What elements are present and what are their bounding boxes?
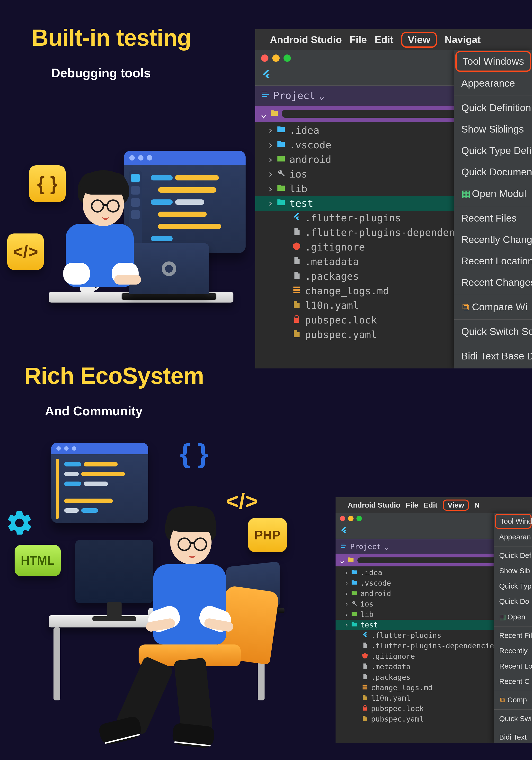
chevron-down-icon: ⌄	[340, 556, 344, 564]
file-icon	[292, 227, 301, 238]
tree-item-label: pubspec.lock	[371, 704, 424, 713]
folder-icon	[351, 621, 358, 629]
traffic-light-zoom[interactable]	[356, 516, 362, 521]
menu-item-appearance[interactable]: Appearance	[454, 73, 532, 94]
menu-item-quick-definition[interactable]: Quick Definition	[454, 97, 532, 119]
menu-item-open-modul[interactable]: ▦Open Modul	[454, 183, 532, 205]
braces-icon: { }	[180, 438, 208, 469]
menu-item-quick-switch-sc[interactable]: Quick Switch Sc	[454, 321, 532, 342]
menu-item-label: Quick Type Defi	[461, 145, 532, 156]
menu-item-compare-wi[interactable]: ⧉Comp	[494, 692, 532, 708]
compare-icon: ⧉	[461, 301, 470, 313]
traffic-light-minimize[interactable]	[348, 516, 354, 521]
menu-item-recent-changes[interactable]: Recent Changes	[454, 272, 532, 293]
menu-item-appearance[interactable]: Appearan	[494, 529, 532, 545]
menu-item-quick-documen[interactable]: Quick Documen	[454, 162, 532, 183]
menu-item-tool-windows[interactable]: Tool Windows	[456, 51, 531, 72]
file-icon	[292, 270, 301, 282]
menu-item-tool-windows[interactable]: Tool Wind	[495, 514, 532, 529]
android-studio-screenshot-2: Android Studio File Edit View N Project …	[335, 498, 532, 743]
tree-item-label: .packages	[305, 270, 359, 282]
menu-item-quick-definition[interactable]: Quick Def	[494, 548, 532, 563]
menu-navigate[interactable]: N	[474, 501, 480, 509]
chevron-down-icon: ⌄	[261, 108, 267, 119]
traffic-light-zoom[interactable]	[284, 55, 291, 62]
menubar[interactable]: Android Studio File Edit View Navigat	[255, 29, 532, 50]
menu-item-label: Quick Switch Sc	[461, 326, 532, 337]
tree-item-label: ios	[360, 600, 374, 608]
menu-item-label: Quick Definition	[461, 102, 531, 113]
menu-item-recent-location[interactable]: Recent Location	[454, 251, 532, 272]
menu-item-quick-switch-sc[interactable]: Quick Swi	[494, 711, 532, 727]
menu-item-show-siblings[interactable]: Show Siblings	[454, 119, 532, 140]
chevron-right-icon: ›	[267, 139, 273, 151]
menu-item-recent-changes[interactable]: Recent C	[494, 674, 532, 689]
traffic-light-close[interactable]	[261, 55, 268, 62]
file-icon	[292, 256, 301, 267]
file-icon	[361, 662, 369, 671]
project-label: Project	[273, 90, 315, 101]
menu-view-highlighted[interactable]: View	[443, 499, 469, 511]
tree-item-label: .flutter-plugins-dependencie	[371, 641, 494, 650]
tree-item-label: ios	[289, 168, 307, 180]
folder-icon	[276, 124, 286, 136]
menu-separator	[454, 206, 532, 206]
code-window-illustration	[124, 151, 245, 253]
menu-item-quick-type-defi[interactable]: Quick Typ	[494, 579, 532, 594]
tree-item-label: .gitignore	[305, 241, 365, 253]
menu-item-label: Recent Lo	[499, 662, 532, 670]
menu-item-bidi-text-base-d[interactable]: Bidi Text Base D	[454, 346, 532, 367]
menubar[interactable]: Android Studio File Edit View N	[335, 498, 532, 513]
menu-item-label: Recent Changes	[461, 277, 532, 288]
view-menu-dropdown[interactable]: Tool WindowsAppearanceQuick DefinitionSh…	[454, 50, 532, 368]
folder-icon	[351, 600, 358, 608]
menu-separator	[494, 709, 532, 710]
traffic-light-minimize[interactable]	[272, 55, 280, 62]
chevron-right-icon: ›	[344, 568, 348, 577]
project-view-icon	[261, 90, 270, 101]
folder-icon	[351, 579, 358, 587]
file-icon	[292, 241, 301, 253]
menu-item-recent-files[interactable]: Recent Fil	[494, 628, 532, 643]
module-icon: ▦	[461, 188, 470, 199]
menu-item-label: Appearance	[461, 77, 515, 89]
menu-item-label: Bidi Text	[499, 733, 527, 741]
menu-item-recently-chang[interactable]: Recently Chang	[454, 229, 532, 251]
file-icon	[361, 694, 369, 702]
file-icon	[361, 684, 369, 692]
menu-edit[interactable]: Edit	[423, 501, 437, 509]
menu-item-label: Comp	[508, 696, 527, 704]
menu-navigate[interactable]: Navigat	[445, 34, 481, 45]
menu-file[interactable]: File	[350, 34, 367, 45]
menu-item-open-modul[interactable]: ▦Open	[494, 609, 532, 625]
menu-item-bidi-text-base-d[interactable]: Bidi Text	[494, 730, 532, 743]
file-icon	[292, 300, 301, 311]
menu-file[interactable]: File	[406, 501, 419, 509]
traffic-light-close[interactable]	[340, 516, 345, 521]
menu-item-recently-chang[interactable]: Recently	[494, 643, 532, 659]
tree-item-label: pubspec.yaml	[371, 715, 424, 723]
tree-item-label: test	[360, 621, 378, 629]
menu-edit[interactable]: Edit	[375, 34, 393, 45]
view-menu-dropdown[interactable]: Tool WindAppearanQuick DefShow SibQuick …	[494, 513, 532, 743]
folder-icon	[351, 568, 358, 577]
menu-item-compare-wi[interactable]: ⧉Compare Wi	[454, 297, 532, 318]
tree-item-label: change_logs.md	[371, 684, 432, 692]
file-icon	[292, 314, 301, 326]
tree-item-label: test	[289, 198, 313, 209]
menu-view-highlighted[interactable]: View	[401, 32, 437, 48]
menu-item-quick-documen[interactable]: Quick Do	[494, 594, 532, 609]
menu-item-quick-type-defi[interactable]: Quick Type Defi	[454, 140, 532, 162]
menu-item-label: Recently	[499, 647, 528, 655]
tree-item-label: android	[360, 589, 391, 598]
menu-item-label: Show Sib	[499, 567, 530, 575]
menu-item-show-siblings[interactable]: Show Sib	[494, 563, 532, 579]
subheading-and-community: And Community	[45, 404, 143, 418]
subheading-debugging-tools: Debugging tools	[51, 66, 151, 80]
menu-item-recent-location[interactable]: Recent Lo	[494, 659, 532, 674]
menu-item-label: Quick Do	[499, 597, 529, 605]
tree-item-label: pubspec.yaml	[305, 329, 377, 341]
tree-item-label: .idea	[360, 568, 382, 577]
tree-item-label: .flutter-plugins	[371, 631, 441, 640]
menu-item-recent-files[interactable]: Recent Files	[454, 208, 532, 229]
